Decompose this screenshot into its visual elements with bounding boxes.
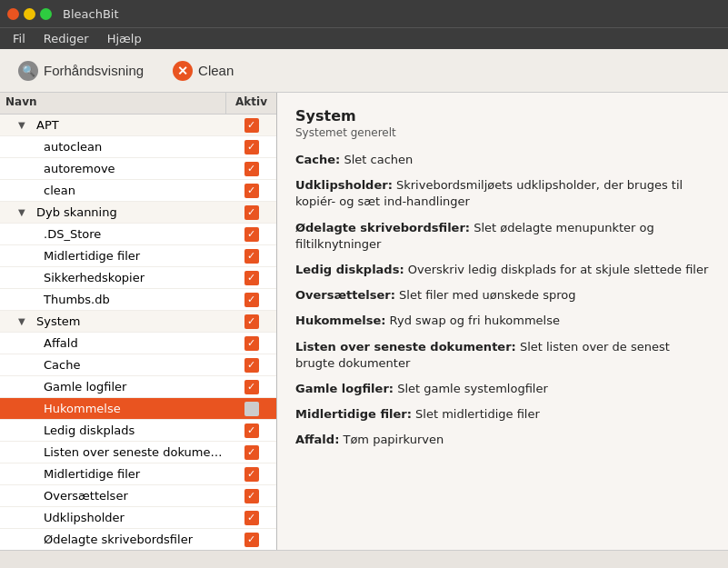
tree-row[interactable]: Cache✓ (0, 354, 276, 376)
close-button[interactable] (7, 8, 19, 20)
checkbox-checked-icon: ✓ (244, 184, 259, 198)
tree-row[interactable]: clean✓ (0, 180, 276, 202)
tree-row[interactable]: Midlertidige filer✓ (0, 463, 276, 485)
maximize-button[interactable] (40, 8, 52, 20)
row-label: Dyb skanning (33, 205, 226, 219)
row-label: Thumbs.db (40, 293, 226, 306)
info-entry: Ledig diskplads: Overskriv ledig diskpla… (295, 262, 710, 278)
row-label: Sikkerhedskopier (40, 271, 226, 284)
tree-row[interactable]: Ledig diskplads✓ (0, 420, 276, 442)
clean-label: Clean (198, 63, 234, 78)
row-label: Oversættelser (40, 489, 226, 503)
tree-row[interactable]: Oversættelser✓ (0, 485, 276, 507)
row-checkbox[interactable]: ✓ (226, 293, 276, 307)
left-pane: Navn Aktiv ▼APT✓autoclean✓autoremove✓cle… (0, 93, 277, 550)
menu-fil[interactable]: Fil (4, 30, 35, 47)
checkbox-checked-icon: ✓ (244, 118, 259, 133)
minimize-button[interactable] (24, 8, 35, 20)
tree-row[interactable]: Hukommelse (0, 398, 276, 420)
row-checkbox[interactable]: ✓ (226, 205, 276, 220)
row-arrow: ▼ (18, 316, 33, 326)
row-checkbox[interactable]: ✓ (226, 271, 276, 285)
column-headers: Navn Aktiv (0, 93, 276, 115)
tree-row[interactable]: Midlertidige filer✓ (0, 245, 276, 267)
row-label: Hukommelse (40, 402, 226, 415)
col-aktiv-header: Aktiv (226, 93, 276, 114)
info-entry: Affald: Tøm papirkurven (295, 432, 710, 448)
tree-row[interactable]: Ødelagte skrivebordsfiler✓ (0, 529, 276, 550)
row-checkbox[interactable]: ✓ (226, 467, 276, 482)
menu-rediger[interactable]: Rediger (35, 30, 98, 47)
titlebar: BleachBit (0, 0, 728, 27)
checkbox-checked-icon: ✓ (244, 511, 259, 525)
row-label: Midlertidige filer (40, 467, 226, 481)
checkbox-checked-icon: ✓ (244, 533, 259, 547)
clean-icon: ✕ (173, 61, 193, 81)
checkbox-checked-icon: ✓ (244, 162, 259, 176)
tree-row[interactable]: Sikkerhedskopier✓ (0, 267, 276, 289)
row-checkbox[interactable]: ✓ (226, 511, 276, 525)
row-checkbox[interactable] (226, 402, 276, 416)
checkbox-checked-icon: ✓ (244, 380, 259, 394)
row-label: Ødelagte skrivebordsfiler (40, 533, 226, 546)
row-label: Cache (40, 358, 226, 372)
checkbox-checked-icon: ✓ (244, 249, 259, 264)
main-content: Navn Aktiv ▼APT✓autoclean✓autoremove✓cle… (0, 93, 728, 550)
row-checkbox[interactable]: ✓ (226, 118, 276, 133)
info-entry: Cache: Slet cachen (295, 152, 710, 168)
row-checkbox[interactable]: ✓ (226, 184, 276, 198)
checkbox-checked-icon: ✓ (244, 140, 259, 154)
row-checkbox[interactable]: ✓ (226, 314, 276, 329)
clean-button[interactable]: ✕ Clean (162, 57, 244, 85)
info-subtitle: Systemet generelt (295, 126, 710, 139)
tree-row[interactable]: ▼APT✓ (0, 115, 276, 136)
preview-icon: 🔍 (18, 61, 38, 81)
toolbar: 🔍 Forhåndsvisning ✕ Clean (0, 49, 728, 93)
row-checkbox[interactable]: ✓ (226, 140, 276, 154)
row-checkbox[interactable]: ✓ (226, 380, 276, 394)
checkbox-checked-icon: ✓ (244, 424, 259, 438)
row-checkbox[interactable]: ✓ (226, 162, 276, 176)
col-name-header: Navn (0, 93, 226, 114)
row-arrow: ▼ (18, 207, 33, 217)
checkbox-checked-icon: ✓ (244, 358, 259, 373)
app-title: BleachBit (63, 7, 119, 21)
tree-row[interactable]: ▼System✓ (0, 311, 276, 333)
menubar: Fil Rediger Hjælp (0, 27, 728, 49)
row-checkbox[interactable]: ✓ (226, 445, 276, 460)
tree-row[interactable]: Gamle logfiler✓ (0, 376, 276, 398)
tree-row[interactable]: Thumbs.db✓ (0, 289, 276, 311)
tree-container[interactable]: ▼APT✓autoclean✓autoremove✓clean✓▼Dyb ska… (0, 115, 276, 550)
checkbox-checked-icon: ✓ (244, 445, 259, 460)
row-arrow: ▼ (18, 120, 33, 130)
tree-row[interactable]: Listen over seneste dokumenter✓ (0, 442, 276, 463)
tree-row[interactable]: Affald✓ (0, 333, 276, 354)
menu-hjaelp[interactable]: Hjælp (98, 30, 151, 47)
tree-row[interactable]: Udklipsholder✓ (0, 507, 276, 529)
tree-row[interactable]: autoclean✓ (0, 136, 276, 158)
row-label: Midlertidige filer (40, 249, 226, 263)
tree-row[interactable]: ▼Dyb skanning✓ (0, 202, 276, 224)
row-checkbox[interactable]: ✓ (226, 489, 276, 503)
row-checkbox[interactable]: ✓ (226, 358, 276, 373)
checkbox-checked-icon: ✓ (244, 336, 259, 351)
row-checkbox[interactable]: ✓ (226, 227, 276, 242)
row-checkbox[interactable]: ✓ (226, 249, 276, 264)
info-entry: Gamle logfiler: Slet gamle systemlogfile… (295, 381, 710, 397)
info-entry: Midlertidige filer: Slet midlertidige fi… (295, 406, 710, 423)
row-label: Ledig diskplads (40, 424, 226, 437)
row-label: APT (33, 118, 226, 132)
row-label: Affald (40, 336, 226, 350)
tree-row[interactable]: autoremove✓ (0, 158, 276, 180)
row-checkbox[interactable]: ✓ (226, 424, 276, 438)
preview-button[interactable]: 🔍 Forhåndsvisning (7, 57, 155, 85)
row-checkbox[interactable]: ✓ (226, 533, 276, 547)
checkbox-checked-icon: ✓ (244, 314, 259, 329)
tree-row[interactable]: .DS_Store✓ (0, 224, 276, 245)
checkbox-checked-icon: ✓ (244, 489, 259, 503)
row-label: Udklipsholder (40, 511, 226, 524)
row-checkbox[interactable]: ✓ (226, 336, 276, 351)
row-label: autoremove (40, 162, 226, 175)
checkbox-unchecked-icon (244, 402, 259, 416)
checkbox-checked-icon: ✓ (244, 271, 259, 285)
